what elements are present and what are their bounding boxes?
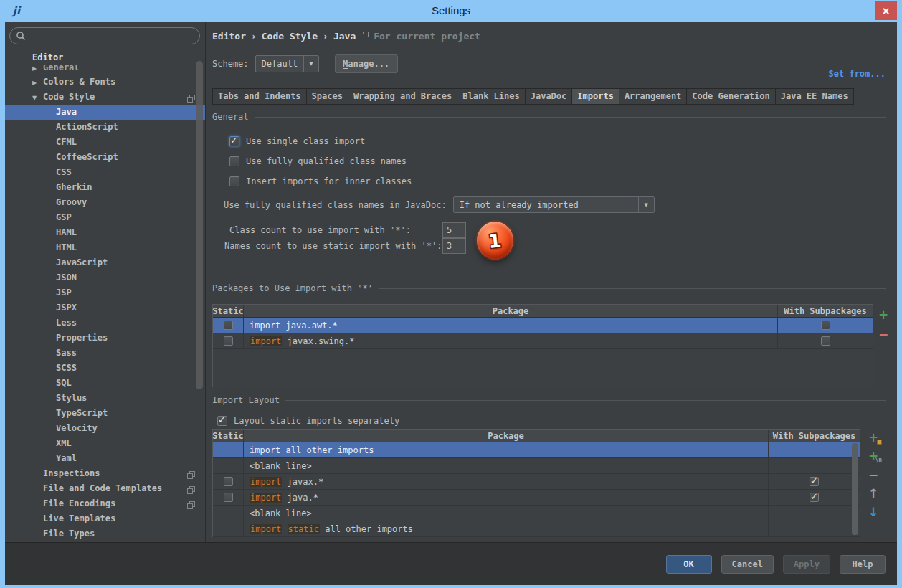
package-cell: import javax.swing.* (244, 333, 778, 348)
tab-imports[interactable]: Imports (571, 88, 619, 105)
import-layout-table-scrollbar[interactable] (852, 443, 858, 535)
sidebar-item-code-style[interactable]: ▼Code Style (5, 90, 205, 105)
package-cell: import java.* (244, 490, 769, 505)
sidebar-item-general[interactable]: ▶General (5, 65, 205, 75)
close-button[interactable]: × (875, 1, 897, 20)
tab-javadoc[interactable]: JavaDoc (525, 88, 573, 105)
sidebar-item-css[interactable]: CSS (5, 165, 205, 180)
sidebar-item-file-types[interactable]: File Types (5, 526, 205, 541)
sidebar-item-yaml[interactable]: Yaml (5, 451, 205, 466)
checkbox-use-single-class-import[interactable] (229, 136, 239, 146)
names-count-input[interactable] (442, 238, 466, 254)
table-header: StaticPackageWith Subpackages (213, 305, 873, 318)
sidebar-item-java[interactable]: Java (5, 105, 205, 120)
subpackages-checkbox[interactable] (821, 321, 830, 330)
javadoc-fqn-select[interactable]: If not already imported ▼ (453, 196, 655, 213)
table-row[interactable]: <blank line> (213, 506, 860, 521)
static-checkbox[interactable] (224, 321, 233, 330)
sidebar-item-live-templates[interactable]: Live Templates (5, 511, 205, 526)
table-row[interactable]: import javax.swing.* (213, 333, 873, 349)
tab-code-generation[interactable]: Code Generation (686, 88, 775, 105)
table-row[interactable]: <blank line> (213, 458, 860, 474)
subpackages-checkbox[interactable] (810, 493, 819, 502)
search-box[interactable] (9, 27, 200, 44)
tab-arrangement[interactable]: Arrangement (619, 88, 687, 105)
table-row[interactable]: import java.* (213, 490, 860, 506)
tab-blank-lines[interactable]: Blank Lines (457, 88, 525, 105)
add-package-button[interactable]: + (867, 431, 880, 444)
sidebar-item-file-and-code-templates[interactable]: File and Code Templates (5, 481, 205, 496)
package-token: javax.swing.* (282, 336, 354, 346)
remove-button[interactable]: − (867, 468, 880, 481)
sidebar-item-javascript[interactable]: JavaScript (5, 255, 205, 270)
sidebar-item-label: File Types (43, 528, 95, 539)
table-row[interactable]: import javax.* (213, 474, 860, 490)
keyword-token: static (288, 524, 320, 534)
help-button[interactable]: Help (840, 555, 886, 574)
sidebar-item-gsp[interactable]: GSP (5, 210, 205, 225)
settings-window: ji Settings × Editor▶General▶Colors & Fo… (0, 0, 902, 588)
sidebar-item-coffeescript[interactable]: CoffeeScript (5, 150, 205, 165)
sidebar-item-groovy[interactable]: Groovy (5, 195, 205, 210)
sidebar-item-haml[interactable]: HAML (5, 225, 205, 240)
static-checkbox[interactable] (224, 336, 233, 346)
remove-button[interactable]: − (877, 328, 890, 341)
sidebar-item-less[interactable]: Less (5, 316, 205, 331)
sidebar-item-cfml[interactable]: CFML (5, 135, 205, 150)
add-blank-line-button[interactable]: +\n (867, 450, 880, 463)
tab-spaces[interactable]: Spaces (306, 88, 348, 105)
sidebar-item-xml[interactable]: XML (5, 436, 205, 451)
package-cell: import java.awt.* (244, 318, 778, 333)
move-up-button[interactable]: ↑ (867, 487, 880, 500)
move-down-button[interactable]: ↓ (867, 506, 880, 518)
checkbox-layout-static-imports-separately[interactable] (217, 416, 227, 426)
table-row[interactable]: import all other imports (213, 442, 860, 458)
scheme-select[interactable]: Default ▼ (255, 55, 319, 72)
sidebar-item-velocity[interactable]: Velocity (5, 421, 205, 436)
sidebar-item-properties[interactable]: Properties (5, 331, 205, 346)
checkbox-use-fully-qualified-class-names[interactable] (229, 156, 239, 166)
keyword-token: import (250, 524, 282, 534)
table-row[interactable]: import static all other imports (213, 521, 860, 537)
package-badge-icon (877, 440, 882, 445)
table-row[interactable]: import java.awt.* (213, 318, 873, 333)
sidebar-item-jspx[interactable]: JSPX (5, 300, 205, 316)
apply-button[interactable]: Apply (783, 555, 830, 574)
class-count-input[interactable] (442, 222, 466, 238)
sidebar-item-gherkin[interactable]: Gherkin (5, 180, 205, 195)
tab-wrapping-and-braces[interactable]: Wrapping and Braces (348, 88, 457, 105)
sidebar-scrollbar[interactable] (196, 61, 203, 389)
sidebar-item-file-encodings[interactable]: File Encodings (5, 496, 205, 511)
static-checkbox[interactable] (224, 493, 233, 502)
sidebar-item-jsp[interactable]: JSP (5, 285, 205, 300)
sidebar-item-sql[interactable]: SQL (5, 376, 205, 391)
add-button[interactable]: + (877, 308, 890, 321)
ok-button[interactable]: OK (666, 555, 712, 574)
breadcrumb-item-code-style: Code Style (262, 31, 318, 42)
sidebar-item-actionscript[interactable]: ActionScript (5, 120, 205, 135)
sidebar-item-editor[interactable]: Editor (5, 50, 205, 65)
sidebar-item-json[interactable]: JSON (5, 270, 205, 285)
subpackages-checkbox[interactable] (821, 336, 830, 346)
checkbox-insert-imports-for-inner-classes[interactable] (229, 176, 239, 186)
static-checkbox[interactable] (224, 477, 233, 486)
sidebar-item-sass[interactable]: Sass (5, 346, 205, 361)
manage-button[interactable]: Manage... (335, 54, 398, 73)
cancel-button[interactable]: Cancel (721, 555, 774, 574)
chevron-down-icon: ▼ (638, 197, 654, 212)
package-token: <blank line> (250, 461, 312, 471)
tab-java-ee-names[interactable]: Java EE Names (775, 88, 854, 105)
static-cell (213, 474, 244, 489)
sidebar-item-colors-fonts[interactable]: ▶Colors & Fonts (5, 75, 205, 90)
sidebar-item-label: GSP (56, 212, 72, 222)
sidebar-item-scss[interactable]: SCSS (5, 361, 205, 376)
subpackages-checkbox[interactable] (810, 477, 819, 486)
sidebar-item-html[interactable]: HTML (5, 240, 205, 255)
tab-tabs-and-indents[interactable]: Tabs and Indents (212, 88, 307, 105)
sidebar-item-stylus[interactable]: Stylus (5, 391, 205, 406)
search-input[interactable] (29, 31, 199, 41)
set-from-link[interactable]: Set from... (829, 69, 886, 79)
sidebar-item-inspections[interactable]: Inspections (5, 466, 205, 481)
sidebar-item-label: File and Code Templates (43, 483, 162, 493)
sidebar-item-typescript[interactable]: TypeScript (5, 406, 205, 421)
